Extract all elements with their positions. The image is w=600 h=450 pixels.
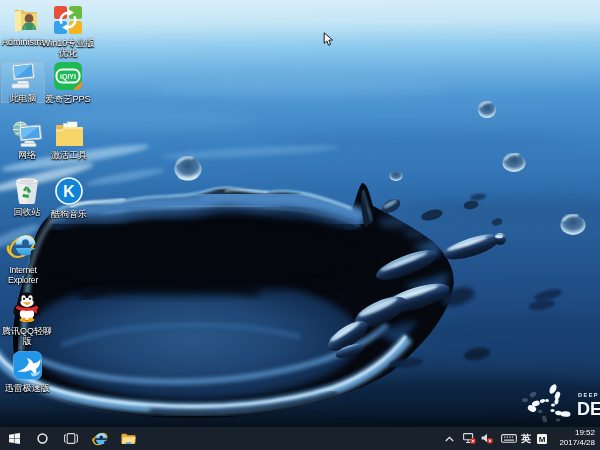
svg-text:DE: DE [577,399,600,419]
svg-text:DEEP: DEEP [578,392,599,398]
svg-text:K: K [63,183,75,200]
svg-text:M: M [539,435,546,444]
svg-text:iQIYI: iQIYI [60,73,76,81]
